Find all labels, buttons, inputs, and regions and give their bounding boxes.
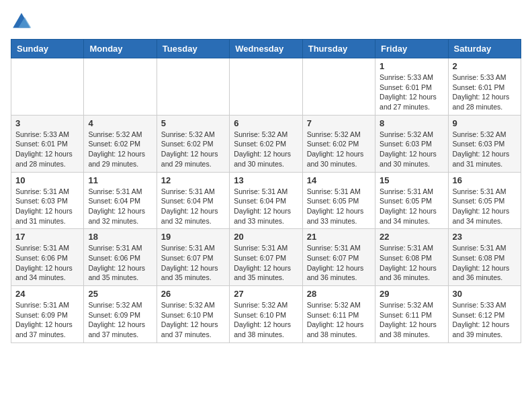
day-info: Sunrise: 5:31 AM Sunset: 6:08 PM Dayligh… <box>453 243 517 283</box>
calendar-week-3: 10Sunrise: 5:31 AM Sunset: 6:03 PM Dayli… <box>11 172 521 229</box>
day-info: Sunrise: 5:31 AM Sunset: 6:05 PM Dayligh… <box>453 187 517 226</box>
day-number: 1 <box>380 61 443 71</box>
day-number: 26 <box>161 289 225 299</box>
day-number: 2 <box>453 61 517 71</box>
day-info: Sunrise: 5:31 AM Sunset: 6:03 PM Dayligh… <box>15 187 79 226</box>
page-header <box>11 11 521 32</box>
calendar-cell: 13Sunrise: 5:31 AM Sunset: 6:04 PM Dayli… <box>230 172 302 229</box>
day-number: 14 <box>307 175 371 185</box>
day-info: Sunrise: 5:32 AM Sunset: 6:09 PM Dayligh… <box>88 300 152 340</box>
calendar-cell: 10Sunrise: 5:31 AM Sunset: 6:03 PM Dayli… <box>11 172 84 229</box>
logo-icon <box>11 11 32 32</box>
calendar-cell: 24Sunrise: 5:31 AM Sunset: 6:09 PM Dayli… <box>11 286 84 343</box>
calendar-cell: 1Sunrise: 5:33 AM Sunset: 6:01 PM Daylig… <box>375 58 448 116</box>
calendar-cell: 14Sunrise: 5:31 AM Sunset: 6:05 PM Dayli… <box>302 172 375 229</box>
day-number: 28 <box>307 289 371 299</box>
calendar-cell: 9Sunrise: 5:32 AM Sunset: 6:03 PM Daylig… <box>448 115 521 172</box>
weekday-header-tuesday: Tuesday <box>157 40 229 58</box>
calendar-cell: 29Sunrise: 5:32 AM Sunset: 6:11 PM Dayli… <box>375 286 448 343</box>
day-info: Sunrise: 5:32 AM Sunset: 6:11 PM Dayligh… <box>307 300 371 340</box>
day-info: Sunrise: 5:32 AM Sunset: 6:02 PM Dayligh… <box>161 130 225 169</box>
calendar-cell: 16Sunrise: 5:31 AM Sunset: 6:05 PM Dayli… <box>448 172 521 229</box>
day-info: Sunrise: 5:33 AM Sunset: 6:01 PM Dayligh… <box>15 130 79 169</box>
day-number: 24 <box>15 289 79 299</box>
day-number: 6 <box>234 118 298 128</box>
calendar-cell: 8Sunrise: 5:32 AM Sunset: 6:03 PM Daylig… <box>375 115 448 172</box>
calendar-cell: 27Sunrise: 5:32 AM Sunset: 6:10 PM Dayli… <box>230 286 302 343</box>
calendar-cell: 22Sunrise: 5:31 AM Sunset: 6:08 PM Dayli… <box>375 229 448 286</box>
day-info: Sunrise: 5:31 AM Sunset: 6:08 PM Dayligh… <box>380 243 443 283</box>
day-number: 4 <box>88 118 152 128</box>
day-info: Sunrise: 5:32 AM Sunset: 6:10 PM Dayligh… <box>234 300 298 340</box>
day-number: 22 <box>380 232 443 242</box>
weekday-header-saturday: Saturday <box>448 40 521 58</box>
calendar-cell <box>157 58 229 116</box>
day-info: Sunrise: 5:32 AM Sunset: 6:03 PM Dayligh… <box>380 130 443 169</box>
day-number: 21 <box>307 232 371 242</box>
weekday-header-monday: Monday <box>84 40 157 58</box>
calendar-cell: 12Sunrise: 5:31 AM Sunset: 6:04 PM Dayli… <box>157 172 229 229</box>
day-info: Sunrise: 5:33 AM Sunset: 6:12 PM Dayligh… <box>453 300 517 340</box>
day-number: 10 <box>15 175 79 185</box>
day-number: 16 <box>453 175 517 185</box>
calendar-cell: 25Sunrise: 5:32 AM Sunset: 6:09 PM Dayli… <box>84 286 157 343</box>
calendar-cell: 19Sunrise: 5:31 AM Sunset: 6:07 PM Dayli… <box>157 229 229 286</box>
weekday-header-wednesday: Wednesday <box>230 40 302 58</box>
weekday-header-sunday: Sunday <box>11 40 84 58</box>
calendar-cell: 11Sunrise: 5:31 AM Sunset: 6:04 PM Dayli… <box>84 172 157 229</box>
day-number: 23 <box>453 232 517 242</box>
calendar-cell <box>230 58 302 116</box>
calendar-cell: 18Sunrise: 5:31 AM Sunset: 6:06 PM Dayli… <box>84 229 157 286</box>
day-info: Sunrise: 5:31 AM Sunset: 6:04 PM Dayligh… <box>234 187 298 226</box>
calendar-cell: 6Sunrise: 5:32 AM Sunset: 6:02 PM Daylig… <box>230 115 302 172</box>
calendar-cell: 20Sunrise: 5:31 AM Sunset: 6:07 PM Dayli… <box>230 229 302 286</box>
day-number: 5 <box>161 118 225 128</box>
calendar-week-5: 24Sunrise: 5:31 AM Sunset: 6:09 PM Dayli… <box>11 286 521 343</box>
day-number: 12 <box>161 175 225 185</box>
day-info: Sunrise: 5:32 AM Sunset: 6:02 PM Dayligh… <box>88 130 152 169</box>
day-info: Sunrise: 5:31 AM Sunset: 6:05 PM Dayligh… <box>307 187 371 226</box>
day-number: 7 <box>307 118 371 128</box>
day-info: Sunrise: 5:31 AM Sunset: 6:04 PM Dayligh… <box>88 187 152 226</box>
day-info: Sunrise: 5:33 AM Sunset: 6:01 PM Dayligh… <box>380 73 443 112</box>
day-info: Sunrise: 5:31 AM Sunset: 6:06 PM Dayligh… <box>15 243 79 283</box>
day-number: 3 <box>15 118 79 128</box>
day-info: Sunrise: 5:31 AM Sunset: 6:09 PM Dayligh… <box>15 300 79 340</box>
calendar-cell <box>302 58 375 116</box>
day-number: 29 <box>380 289 443 299</box>
day-info: Sunrise: 5:31 AM Sunset: 6:07 PM Dayligh… <box>307 243 371 283</box>
day-info: Sunrise: 5:31 AM Sunset: 6:07 PM Dayligh… <box>234 243 298 283</box>
calendar-cell: 17Sunrise: 5:31 AM Sunset: 6:06 PM Dayli… <box>11 229 84 286</box>
day-number: 30 <box>453 289 517 299</box>
logo <box>11 11 35 32</box>
calendar-table: SundayMondayTuesdayWednesdayThursdayFrid… <box>11 39 521 343</box>
calendar-week-4: 17Sunrise: 5:31 AM Sunset: 6:06 PM Dayli… <box>11 229 521 286</box>
weekday-header-friday: Friday <box>375 40 448 58</box>
day-info: Sunrise: 5:33 AM Sunset: 6:01 PM Dayligh… <box>453 73 517 112</box>
day-info: Sunrise: 5:31 AM Sunset: 6:04 PM Dayligh… <box>161 187 225 226</box>
calendar-cell: 21Sunrise: 5:31 AM Sunset: 6:07 PM Dayli… <box>302 229 375 286</box>
day-info: Sunrise: 5:32 AM Sunset: 6:11 PM Dayligh… <box>380 300 443 340</box>
calendar-week-1: 1Sunrise: 5:33 AM Sunset: 6:01 PM Daylig… <box>11 58 521 116</box>
day-number: 9 <box>453 118 517 128</box>
calendar-cell <box>84 58 157 116</box>
calendar-cell: 2Sunrise: 5:33 AM Sunset: 6:01 PM Daylig… <box>448 58 521 116</box>
day-info: Sunrise: 5:31 AM Sunset: 6:07 PM Dayligh… <box>161 243 225 283</box>
weekday-header-thursday: Thursday <box>302 40 375 58</box>
day-info: Sunrise: 5:31 AM Sunset: 6:06 PM Dayligh… <box>88 243 152 283</box>
day-number: 13 <box>234 175 298 185</box>
day-info: Sunrise: 5:32 AM Sunset: 6:10 PM Dayligh… <box>161 300 225 340</box>
calendar-cell: 3Sunrise: 5:33 AM Sunset: 6:01 PM Daylig… <box>11 115 84 172</box>
day-info: Sunrise: 5:32 AM Sunset: 6:03 PM Dayligh… <box>453 130 517 169</box>
day-number: 18 <box>88 232 152 242</box>
calendar-cell: 7Sunrise: 5:32 AM Sunset: 6:02 PM Daylig… <box>302 115 375 172</box>
day-number: 19 <box>161 232 225 242</box>
day-number: 25 <box>88 289 152 299</box>
day-number: 11 <box>88 175 152 185</box>
day-number: 15 <box>380 175 443 185</box>
calendar-cell: 5Sunrise: 5:32 AM Sunset: 6:02 PM Daylig… <box>157 115 229 172</box>
day-number: 27 <box>234 289 298 299</box>
calendar-cell: 30Sunrise: 5:33 AM Sunset: 6:12 PM Dayli… <box>448 286 521 343</box>
day-info: Sunrise: 5:32 AM Sunset: 6:02 PM Dayligh… <box>307 130 371 169</box>
calendar-week-2: 3Sunrise: 5:33 AM Sunset: 6:01 PM Daylig… <box>11 115 521 172</box>
